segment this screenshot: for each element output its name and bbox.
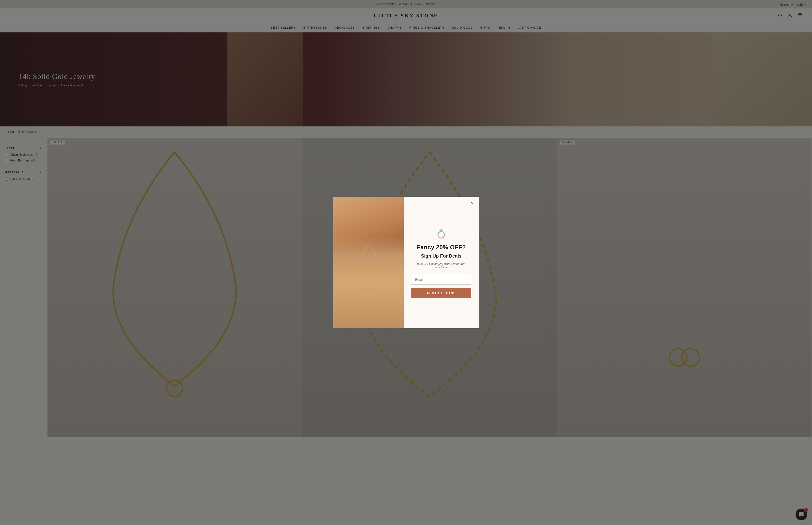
- modal-overlay[interactable]: × Fancy 20% OFF? Sign Up For Deals plus …: [0, 0, 812, 438]
- modal-description: plus Gift Packaging with a minimum purch…: [411, 262, 471, 269]
- email-input[interactable]: [411, 275, 471, 285]
- modal-close-button[interactable]: ×: [469, 200, 476, 207]
- modal-jewelry-image: [333, 197, 404, 328]
- almost-done-button[interactable]: ALMOST DONE: [411, 288, 471, 298]
- modal-necklace-decoration: [340, 236, 397, 315]
- svg-point-9: [438, 231, 445, 238]
- modal-title: Fancy 20% OFF?: [417, 244, 466, 251]
- modal-image: [333, 197, 404, 328]
- ring-icon: [435, 227, 447, 239]
- popup-modal: × Fancy 20% OFF? Sign Up For Deals plus …: [333, 197, 479, 328]
- svg-point-7: [365, 296, 372, 302]
- modal-subtitle: Sign Up For Deals: [421, 253, 461, 259]
- modal-content: × Fancy 20% OFF? Sign Up For Deals plus …: [404, 197, 479, 328]
